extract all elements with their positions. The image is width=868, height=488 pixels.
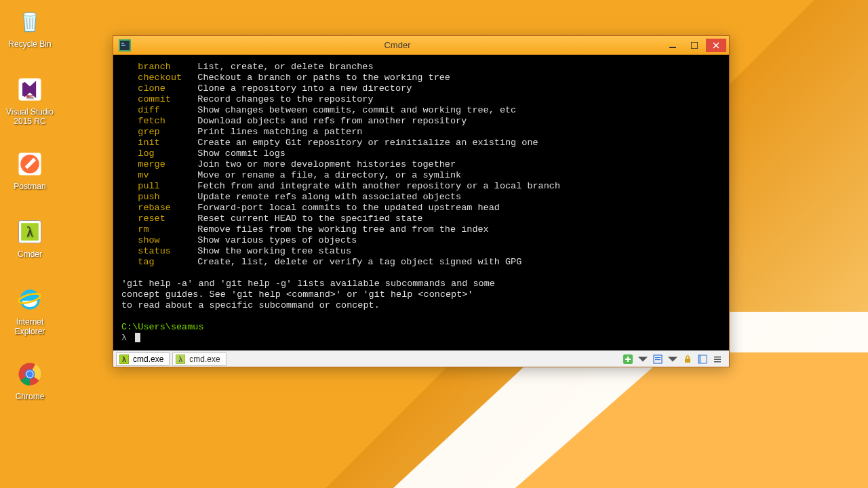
desktop-icon-cmder[interactable]: λ Cmder [4,216,56,259]
console-dropdown[interactable] [667,353,679,365]
svg-rect-17 [121,45,125,46]
desktop-icon-internet-explorer[interactable]: Internet Explorer [4,283,56,336]
desktop-icon-postman[interactable]: Postman [4,148,56,191]
visual-studio-icon: RC [14,73,46,106]
cmder-icon: λ [14,216,46,248]
svg-rect-27 [714,357,721,358]
toolbar-button-1[interactable] [696,353,709,365]
new-tab-button[interactable] [622,353,634,365]
svg-rect-24 [685,359,690,363]
desktop-icon-label: Recycle Bin [4,39,56,49]
cmder-window: Cmder branchList, create, or delete bran… [113,35,730,367]
desktop-icon-recycle-bin[interactable]: Recycle Bin [4,5,56,49]
statusbar: λ cmd.exe λ cmd.exe [113,350,729,367]
menu-button[interactable] [711,353,724,365]
desktop-icon-chrome[interactable]: Chrome [4,358,56,401]
svg-point-0 [24,12,36,16]
close-button[interactable] [706,39,726,52]
desktop-icon-label: Chrome [4,392,56,401]
svg-text:RC: RC [26,94,34,100]
chrome-icon [14,358,46,390]
tab-label: cmd.exe [133,354,163,364]
new-tab-dropdown[interactable] [637,353,649,365]
maximize-button[interactable] [684,39,705,52]
lambda-icon: λ [176,354,185,364]
desktop-icon-label: Cmder [4,249,56,259]
internet-explorer-icon [14,283,46,316]
desktop-icon-label: Visual Studio 2015 RC [4,107,56,126]
svg-rect-18 [669,47,676,48]
window-title: Cmder [134,40,661,50]
lambda-icon: λ [119,354,129,364]
svg-rect-29 [714,361,721,363]
tab-label: cmd.exe [189,354,220,364]
recycle-bin-icon [14,5,46,38]
svg-point-13 [26,371,33,377]
cmder-titlebar-icon [119,39,131,52]
tab-cmd-2[interactable]: λ cmd.exe [172,352,226,366]
console-settings-button[interactable] [652,353,664,365]
svg-text:λ: λ [26,224,33,239]
desktop-icon-label: Internet Explorer [4,317,56,336]
minimize-button[interactable] [663,39,683,52]
desktop-icon-visual-studio[interactable]: RC Visual Studio 2015 RC [4,73,56,126]
svg-rect-16 [121,43,124,44]
titlebar[interactable]: Cmder [113,36,729,55]
tab-cmd-1[interactable]: λ cmd.exe [116,352,170,366]
terminal-output[interactable]: branchList, create, or delete branches c… [113,55,729,350]
postman-icon [14,148,46,180]
desktop-icon-label: Postman [4,182,56,191]
lock-button[interactable] [682,353,694,365]
svg-rect-28 [714,359,721,360]
svg-rect-23 [655,359,660,360]
svg-rect-26 [698,355,701,363]
svg-rect-19 [691,42,698,49]
svg-rect-22 [655,357,660,358]
